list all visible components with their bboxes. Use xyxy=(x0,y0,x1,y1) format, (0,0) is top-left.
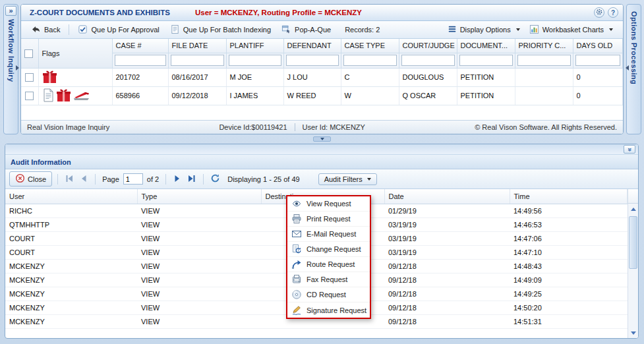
column-header-file-date[interactable]: FILE DATE xyxy=(168,39,226,53)
page-of-label: of 2 xyxy=(147,175,159,183)
next-page-button[interactable] xyxy=(171,173,183,185)
menu-item-cd-request[interactable]: CD Request xyxy=(287,287,370,302)
document-row[interactable]: 201702 08/16/2017 M JOE J LOU C DOUGLOUS… xyxy=(21,68,623,86)
status-app-name: Real Vision Image Inquiry xyxy=(27,123,109,131)
column-header-defendant[interactable]: DEFENDANT xyxy=(283,39,341,53)
column-header-priority-code[interactable]: PRIORITY C... xyxy=(515,39,573,53)
fax-icon xyxy=(291,274,302,285)
expand-workflow-button[interactable]: » xyxy=(5,6,16,16)
scrollbar-track[interactable] xyxy=(628,214,638,328)
records-count-label: Records: 2 xyxy=(345,26,380,34)
status-bar: Real Vision Image Inquiry Device Id:$001… xyxy=(21,120,623,134)
gift-icon xyxy=(42,70,57,85)
que-up-for-batch-indexing-button[interactable]: Que Up For Batch Indexing xyxy=(165,22,276,38)
workbasket-charts-button[interactable]: Workbasket Charts xyxy=(525,22,618,38)
row-checkbox[interactable] xyxy=(25,73,34,82)
cd-icon xyxy=(291,289,302,301)
toolbar-separator xyxy=(69,24,69,35)
back-button[interactable]: Back xyxy=(26,22,65,38)
documents-toolbar: Back Que Up For Approval Que Up For Batc… xyxy=(21,21,623,39)
menu-item-change-request[interactable]: Change Request xyxy=(287,242,370,257)
document-icon xyxy=(42,88,54,103)
documents-panel-header: Z-COURT DOCUMENTS AND EXHIBITS User = MC… xyxy=(21,5,623,21)
status-user-id: User Id: MCKENZY xyxy=(303,123,365,131)
column-header-flags[interactable]: Flags xyxy=(38,39,112,68)
column-header-user[interactable]: User xyxy=(5,189,137,204)
page-label: Page xyxy=(102,175,119,183)
toolbar-separator xyxy=(203,174,204,185)
stapler-icon xyxy=(73,90,90,102)
sidebar-workflow-inquiry[interactable]: » Workflow Inquiry xyxy=(3,4,18,134)
documents-panel: Z-COURT DOCUMENTS AND EXHIBITS User = MC… xyxy=(20,4,624,134)
menu-item-fax-request[interactable]: Fax Request xyxy=(287,272,370,287)
audit-filters-menu: View Request Print Request E-Mail Reques… xyxy=(286,195,371,319)
column-header-document-type[interactable]: DOCUMENT... xyxy=(457,39,515,53)
menu-item-route-request[interactable]: Route Request xyxy=(287,257,370,272)
column-header-case-number[interactable]: CASE # xyxy=(112,39,168,53)
prev-page-button[interactable] xyxy=(78,173,90,185)
filter-input-document-type[interactable] xyxy=(459,55,513,66)
help-button[interactable]: ? xyxy=(608,7,618,18)
double-chevron-down-icon: » xyxy=(626,148,633,152)
toolbar-separator xyxy=(57,174,58,185)
refresh-icon xyxy=(210,173,220,185)
column-header-time[interactable]: Time xyxy=(510,189,628,204)
filter-input-case-number[interactable] xyxy=(115,55,166,66)
column-header-type[interactable]: Type xyxy=(137,189,261,204)
menu-item-view-request[interactable]: View Request xyxy=(287,196,370,212)
page-number-input[interactable] xyxy=(123,173,143,185)
column-header-date[interactable]: Date xyxy=(384,189,510,204)
first-page-icon xyxy=(65,174,74,185)
pop-a-que-icon xyxy=(281,24,291,36)
settings-button[interactable] xyxy=(594,7,604,18)
scrollbar-thumb[interactable] xyxy=(629,216,637,269)
envelope-icon xyxy=(291,229,302,240)
chevron-down-icon xyxy=(516,28,520,31)
menu-item-signature-request[interactable]: Signature Request xyxy=(287,302,370,318)
page-title: Z-COURT DOCUMENTS AND EXHIBITS xyxy=(30,9,170,16)
column-header-days-old[interactable]: DAYS OLD xyxy=(573,39,623,53)
filter-input-file-date[interactable] xyxy=(171,55,224,66)
filter-input-days-old[interactable] xyxy=(575,55,621,66)
status-separator xyxy=(295,123,295,131)
options-mini-expand-arrow[interactable] xyxy=(626,65,629,71)
column-header-court-judge[interactable]: COURT/JUDGE xyxy=(399,39,457,53)
first-page-button[interactable] xyxy=(63,173,75,185)
audit-toolbar: Close Page of 2 Displaying 1 - 25 of 49 … xyxy=(5,169,638,189)
document-row[interactable]: 658966 09/12/2018 I JAMES W REED W Q OSC… xyxy=(21,86,623,105)
splitter-collapse-handle[interactable] xyxy=(313,136,331,142)
scroll-down-button[interactable] xyxy=(628,328,638,338)
display-options-button[interactable]: Display Options xyxy=(443,22,525,37)
route-icon xyxy=(291,259,302,270)
workflow-mini-expand-arrow[interactable] xyxy=(16,65,19,71)
status-device-id: Device Id:$00119421 xyxy=(219,123,287,131)
refresh-button[interactable] xyxy=(209,173,221,185)
select-all-checkbox[interactable] xyxy=(24,49,33,58)
filter-input-priority-code[interactable] xyxy=(517,55,571,66)
workflow-inquiry-label: Workflow Inquiry xyxy=(7,19,15,82)
column-header-case-type[interactable]: CASE TYPE xyxy=(341,39,399,53)
scroll-up-button[interactable] xyxy=(628,204,638,214)
audit-filters-button[interactable]: Audit Filters xyxy=(318,173,377,185)
filter-input-case-type[interactable] xyxy=(343,55,397,66)
que-up-for-approval-button[interactable]: Que Up For Approval xyxy=(73,22,163,38)
back-arrow-icon xyxy=(31,24,41,36)
chevron-down-icon xyxy=(320,138,324,140)
filter-input-plantiff[interactable] xyxy=(229,55,281,66)
close-icon xyxy=(15,173,25,185)
audit-collapse-button[interactable]: » xyxy=(624,145,635,154)
panel-splitter[interactable] xyxy=(20,135,624,142)
filter-input-defendant[interactable] xyxy=(286,55,339,66)
menu-item-print-request[interactable]: Print Request xyxy=(287,212,370,227)
column-header-plantiff[interactable]: PLANTIFF xyxy=(226,39,283,53)
row-checkbox[interactable] xyxy=(25,92,34,100)
pop-a-que-button[interactable]: Pop-A-Que xyxy=(277,22,336,38)
batch-document-icon xyxy=(170,24,180,36)
menu-item-email-request[interactable]: E-Mail Request xyxy=(287,227,370,242)
close-button[interactable]: Close xyxy=(9,171,52,186)
last-page-button[interactable] xyxy=(186,173,198,185)
sidebar-options-processing[interactable]: Options Processing xyxy=(626,4,641,134)
vertical-scrollbar[interactable] xyxy=(628,189,638,338)
filter-input-court-judge[interactable] xyxy=(401,55,455,66)
double-chevron-right-icon: » xyxy=(9,7,13,14)
